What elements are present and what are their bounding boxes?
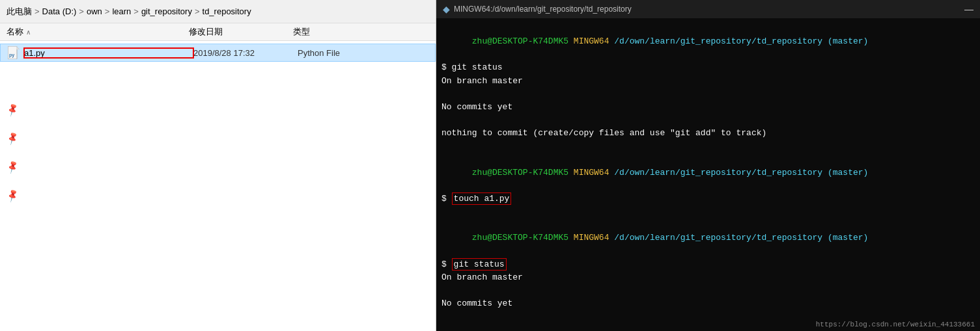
terminal-diamond-icon: ◆ xyxy=(443,4,450,14)
terminal-path-3: /d/own/learn/git_repository/td_repositor… xyxy=(614,233,822,243)
python-file-icon: py xyxy=(7,46,20,59)
terminal-line-prompt-3: zhu@DESKTOP-K74DMK5 MINGW64 /d/own/learn… xyxy=(441,218,975,258)
terminal-touch-highlight: touch a1.py xyxy=(452,192,512,205)
column-header: 名称 ∧ 修改日期 类型 xyxy=(0,23,436,41)
terminal-shell-1: MINGW64 xyxy=(574,36,609,46)
terminal-cmd-gitstatus2: $ git status xyxy=(441,258,975,271)
terminal-panel: ◆ MINGW64:/d/own/learn/git_repository/td… xyxy=(436,0,980,331)
terminal-username-2: zhu@DESKTOP-K74DMK5 xyxy=(472,168,568,178)
col-header-type[interactable]: 类型 xyxy=(293,26,391,38)
terminal-blank-4 xyxy=(441,205,975,218)
terminal-blank-3 xyxy=(441,140,975,153)
breadcrumb-sep-4: > xyxy=(195,7,200,16)
terminal-out-4: On branch master xyxy=(441,271,975,284)
terminal-gitstatus-highlight: git status xyxy=(452,258,507,271)
svg-marker-2 xyxy=(16,46,20,49)
breadcrumb-learn[interactable]: learn xyxy=(112,7,131,16)
breadcrumb-data[interactable]: Data (D:) xyxy=(42,7,77,16)
file-explorer: 此电脑 > Data (D:) > own > learn > git_repo… xyxy=(0,0,436,331)
breadcrumb-sep-2: > xyxy=(105,7,110,16)
terminal-out-2: No commits yet xyxy=(441,101,975,114)
terminal-path-2: /d/own/learn/git_repository/td_repositor… xyxy=(614,168,822,178)
file-type-label: Python File xyxy=(298,48,395,58)
terminal-line-prompt-2: zhu@DESKTOP-K74DMK5 MINGW64 /d/own/learn… xyxy=(441,153,975,192)
terminal-titlebar: ◆ MINGW64:/d/own/learn/git_repository/td… xyxy=(436,0,980,18)
terminal-path-1: /d/own/learn/git_repository/td_repositor… xyxy=(614,36,822,46)
terminal-blank-2 xyxy=(441,114,975,127)
pin-icon-3: 📌 xyxy=(5,159,20,174)
terminal-branch-2: (master) xyxy=(828,168,868,178)
terminal-footer: https://blog.csdn.net/weixin_44133661 xyxy=(436,319,980,331)
terminal-branch-1: (master) xyxy=(828,36,868,46)
file-name-label: a1.py xyxy=(24,48,193,58)
sort-arrow-icon: ∧ xyxy=(26,29,31,36)
breadcrumb: 此电脑 > Data (D:) > own > learn > git_repo… xyxy=(0,0,436,23)
terminal-shell-2: MINGW64 xyxy=(574,168,609,178)
breadcrumb-sep-0: > xyxy=(35,7,40,16)
pin-icon-1: 📌 xyxy=(5,102,20,116)
col-header-date[interactable]: 修改日期 xyxy=(189,26,293,38)
terminal-blank-5 xyxy=(441,284,975,297)
col-header-name[interactable]: 名称 ∧ xyxy=(7,26,189,38)
terminal-body[interactable]: zhu@DESKTOP-K74DMK5 MINGW64 /d/own/learn… xyxy=(436,18,980,319)
svg-text:py: py xyxy=(9,53,14,58)
terminal-out-3: nothing to commit (create/copy files and… xyxy=(441,127,975,140)
terminal-title: ◆ MINGW64:/d/own/learn/git_repository/td… xyxy=(443,4,632,14)
terminal-title-text: MINGW64:/d/own/learn/git_repository/td_r… xyxy=(454,5,632,14)
file-name-container: a1.py xyxy=(24,48,193,58)
terminal-shell-3: MINGW64 xyxy=(574,233,609,243)
terminal-url: https://blog.csdn.net/weixin_44133661 xyxy=(816,321,975,328)
terminal-cmd-1: $ git status xyxy=(441,61,975,74)
terminal-line-prompt-1: zhu@DESKTOP-K74DMK5 MINGW64 /d/own/learn… xyxy=(441,22,975,61)
quick-access-panel: 📌 📌 📌 📌 xyxy=(7,104,18,200)
terminal-minimize-button[interactable]: — xyxy=(964,4,973,14)
terminal-branch-3: (master) xyxy=(828,233,868,243)
terminal-out-5: No commits yet xyxy=(441,297,975,310)
terminal-blank-1 xyxy=(441,88,975,101)
pin-icon-4: 📌 xyxy=(5,188,20,202)
breadcrumb-git[interactable]: git_repository xyxy=(141,7,192,16)
terminal-username-1: zhu@DESKTOP-K74DMK5 xyxy=(472,36,568,46)
terminal-blank-6 xyxy=(441,310,975,319)
breadcrumb-own[interactable]: own xyxy=(87,7,102,16)
terminal-username-3: zhu@DESKTOP-K74DMK5 xyxy=(472,233,568,243)
pin-icon-2: 📌 xyxy=(5,131,20,145)
terminal-cmd-touch: $ touch a1.py xyxy=(441,192,975,205)
file-date-label: 2019/8/28 17:32 xyxy=(193,48,298,58)
file-item-a1py[interactable]: py a1.py 2019/8/28 17:32 Python File xyxy=(0,44,436,62)
file-list: 📌 📌 📌 📌 py a1.py 2019/8/28 17:32 Python … xyxy=(0,41,436,331)
breadcrumb-pc[interactable]: 此电脑 xyxy=(7,6,32,18)
breadcrumb-sep-3: > xyxy=(133,7,139,16)
breadcrumb-td[interactable]: td_repository xyxy=(203,7,251,16)
terminal-out-1: On branch master xyxy=(441,75,975,88)
breadcrumb-sep-1: > xyxy=(79,7,84,16)
